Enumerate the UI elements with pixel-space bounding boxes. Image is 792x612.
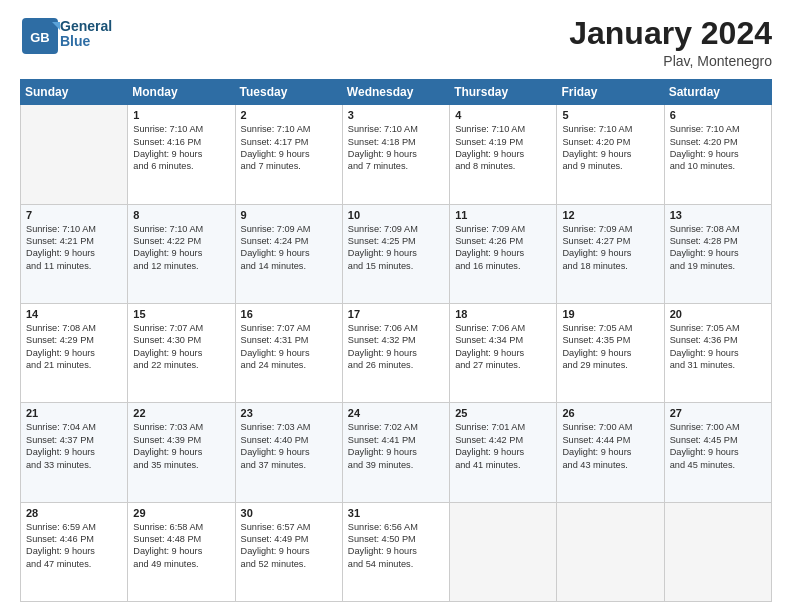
header: GB General Blue January 2024 Plav, Monte… xyxy=(20,16,772,69)
day-cell: 13Sunrise: 7:08 AMSunset: 4:28 PMDayligh… xyxy=(664,204,771,303)
day-cell: 11Sunrise: 7:09 AMSunset: 4:26 PMDayligh… xyxy=(450,204,557,303)
cell-info: Sunrise: 7:03 AMSunset: 4:39 PMDaylight:… xyxy=(133,421,229,471)
day-cell: 25Sunrise: 7:01 AMSunset: 4:42 PMDayligh… xyxy=(450,403,557,502)
day-cell: 3Sunrise: 7:10 AMSunset: 4:18 PMDaylight… xyxy=(342,105,449,204)
title-block: January 2024 Plav, Montenegro xyxy=(569,16,772,69)
day-number: 20 xyxy=(670,308,766,320)
day-number: 3 xyxy=(348,109,444,121)
day-number: 19 xyxy=(562,308,658,320)
cell-info: Sunrise: 6:56 AMSunset: 4:50 PMDaylight:… xyxy=(348,521,444,571)
day-number: 2 xyxy=(241,109,337,121)
day-cell: 16Sunrise: 7:07 AMSunset: 4:31 PMDayligh… xyxy=(235,303,342,402)
day-number: 4 xyxy=(455,109,551,121)
cell-info: Sunrise: 7:07 AMSunset: 4:31 PMDaylight:… xyxy=(241,322,337,372)
day-cell: 26Sunrise: 7:00 AMSunset: 4:44 PMDayligh… xyxy=(557,403,664,502)
logo: GB General Blue xyxy=(20,16,112,52)
logo-blue: Blue xyxy=(60,34,112,49)
cell-info: Sunrise: 7:09 AMSunset: 4:24 PMDaylight:… xyxy=(241,223,337,273)
logo-general: General xyxy=(60,19,112,34)
cell-info: Sunrise: 7:04 AMSunset: 4:37 PMDaylight:… xyxy=(26,421,122,471)
day-header-tuesday: Tuesday xyxy=(235,80,342,105)
day-number: 1 xyxy=(133,109,229,121)
day-number: 26 xyxy=(562,407,658,419)
day-cell: 21Sunrise: 7:04 AMSunset: 4:37 PMDayligh… xyxy=(21,403,128,502)
cell-info: Sunrise: 7:10 AMSunset: 4:17 PMDaylight:… xyxy=(241,123,337,173)
day-cell xyxy=(557,502,664,601)
cell-info: Sunrise: 7:06 AMSunset: 4:32 PMDaylight:… xyxy=(348,322,444,372)
day-header-wednesday: Wednesday xyxy=(342,80,449,105)
day-cell: 18Sunrise: 7:06 AMSunset: 4:34 PMDayligh… xyxy=(450,303,557,402)
cell-info: Sunrise: 7:07 AMSunset: 4:30 PMDaylight:… xyxy=(133,322,229,372)
week-row-2: 7Sunrise: 7:10 AMSunset: 4:21 PMDaylight… xyxy=(21,204,772,303)
day-cell: 27Sunrise: 7:00 AMSunset: 4:45 PMDayligh… xyxy=(664,403,771,502)
location: Plav, Montenegro xyxy=(569,53,772,69)
day-number: 11 xyxy=(455,209,551,221)
week-row-1: 1Sunrise: 7:10 AMSunset: 4:16 PMDaylight… xyxy=(21,105,772,204)
day-number: 29 xyxy=(133,507,229,519)
day-number: 30 xyxy=(241,507,337,519)
day-number: 22 xyxy=(133,407,229,419)
day-header-monday: Monday xyxy=(128,80,235,105)
day-cell: 2Sunrise: 7:10 AMSunset: 4:17 PMDaylight… xyxy=(235,105,342,204)
cell-info: Sunrise: 7:03 AMSunset: 4:40 PMDaylight:… xyxy=(241,421,337,471)
day-number: 17 xyxy=(348,308,444,320)
day-number: 5 xyxy=(562,109,658,121)
cell-info: Sunrise: 6:58 AMSunset: 4:48 PMDaylight:… xyxy=(133,521,229,571)
day-cell: 10Sunrise: 7:09 AMSunset: 4:25 PMDayligh… xyxy=(342,204,449,303)
cell-info: Sunrise: 7:10 AMSunset: 4:19 PMDaylight:… xyxy=(455,123,551,173)
cell-info: Sunrise: 7:08 AMSunset: 4:28 PMDaylight:… xyxy=(670,223,766,273)
day-cell: 23Sunrise: 7:03 AMSunset: 4:40 PMDayligh… xyxy=(235,403,342,502)
cell-info: Sunrise: 7:10 AMSunset: 4:22 PMDaylight:… xyxy=(133,223,229,273)
cell-info: Sunrise: 7:00 AMSunset: 4:45 PMDaylight:… xyxy=(670,421,766,471)
logo-icon: GB xyxy=(20,16,56,52)
cell-info: Sunrise: 7:09 AMSunset: 4:27 PMDaylight:… xyxy=(562,223,658,273)
cell-info: Sunrise: 7:09 AMSunset: 4:25 PMDaylight:… xyxy=(348,223,444,273)
page: GB General Blue January 2024 Plav, Monte… xyxy=(0,0,792,612)
day-number: 27 xyxy=(670,407,766,419)
day-number: 24 xyxy=(348,407,444,419)
week-row-4: 21Sunrise: 7:04 AMSunset: 4:37 PMDayligh… xyxy=(21,403,772,502)
header-row: SundayMondayTuesdayWednesdayThursdayFrid… xyxy=(21,80,772,105)
cell-info: Sunrise: 7:01 AMSunset: 4:42 PMDaylight:… xyxy=(455,421,551,471)
day-number: 25 xyxy=(455,407,551,419)
day-cell: 9Sunrise: 7:09 AMSunset: 4:24 PMDaylight… xyxy=(235,204,342,303)
week-row-3: 14Sunrise: 7:08 AMSunset: 4:29 PMDayligh… xyxy=(21,303,772,402)
day-number: 12 xyxy=(562,209,658,221)
day-number: 23 xyxy=(241,407,337,419)
day-header-friday: Friday xyxy=(557,80,664,105)
cell-info: Sunrise: 7:10 AMSunset: 4:18 PMDaylight:… xyxy=(348,123,444,173)
day-cell: 5Sunrise: 7:10 AMSunset: 4:20 PMDaylight… xyxy=(557,105,664,204)
day-number: 6 xyxy=(670,109,766,121)
week-row-5: 28Sunrise: 6:59 AMSunset: 4:46 PMDayligh… xyxy=(21,502,772,601)
day-cell: 19Sunrise: 7:05 AMSunset: 4:35 PMDayligh… xyxy=(557,303,664,402)
cell-info: Sunrise: 7:06 AMSunset: 4:34 PMDaylight:… xyxy=(455,322,551,372)
cell-info: Sunrise: 7:10 AMSunset: 4:16 PMDaylight:… xyxy=(133,123,229,173)
day-number: 15 xyxy=(133,308,229,320)
cell-info: Sunrise: 7:02 AMSunset: 4:41 PMDaylight:… xyxy=(348,421,444,471)
day-cell: 20Sunrise: 7:05 AMSunset: 4:36 PMDayligh… xyxy=(664,303,771,402)
cell-info: Sunrise: 6:59 AMSunset: 4:46 PMDaylight:… xyxy=(26,521,122,571)
month-title: January 2024 xyxy=(569,16,772,51)
day-number: 8 xyxy=(133,209,229,221)
calendar-table: SundayMondayTuesdayWednesdayThursdayFrid… xyxy=(20,79,772,602)
cell-info: Sunrise: 7:05 AMSunset: 4:36 PMDaylight:… xyxy=(670,322,766,372)
cell-info: Sunrise: 7:10 AMSunset: 4:21 PMDaylight:… xyxy=(26,223,122,273)
day-cell: 15Sunrise: 7:07 AMSunset: 4:30 PMDayligh… xyxy=(128,303,235,402)
day-cell: 14Sunrise: 7:08 AMSunset: 4:29 PMDayligh… xyxy=(21,303,128,402)
day-cell: 1Sunrise: 7:10 AMSunset: 4:16 PMDaylight… xyxy=(128,105,235,204)
day-number: 7 xyxy=(26,209,122,221)
day-number: 31 xyxy=(348,507,444,519)
day-header-saturday: Saturday xyxy=(664,80,771,105)
day-number: 13 xyxy=(670,209,766,221)
logo-text: General Blue xyxy=(60,19,112,50)
day-cell: 12Sunrise: 7:09 AMSunset: 4:27 PMDayligh… xyxy=(557,204,664,303)
cell-info: Sunrise: 7:00 AMSunset: 4:44 PMDaylight:… xyxy=(562,421,658,471)
day-cell: 28Sunrise: 6:59 AMSunset: 4:46 PMDayligh… xyxy=(21,502,128,601)
day-cell: 22Sunrise: 7:03 AMSunset: 4:39 PMDayligh… xyxy=(128,403,235,502)
cell-info: Sunrise: 7:09 AMSunset: 4:26 PMDaylight:… xyxy=(455,223,551,273)
day-number: 10 xyxy=(348,209,444,221)
day-header-sunday: Sunday xyxy=(21,80,128,105)
cell-info: Sunrise: 7:08 AMSunset: 4:29 PMDaylight:… xyxy=(26,322,122,372)
day-number: 21 xyxy=(26,407,122,419)
cell-info: Sunrise: 7:10 AMSunset: 4:20 PMDaylight:… xyxy=(562,123,658,173)
